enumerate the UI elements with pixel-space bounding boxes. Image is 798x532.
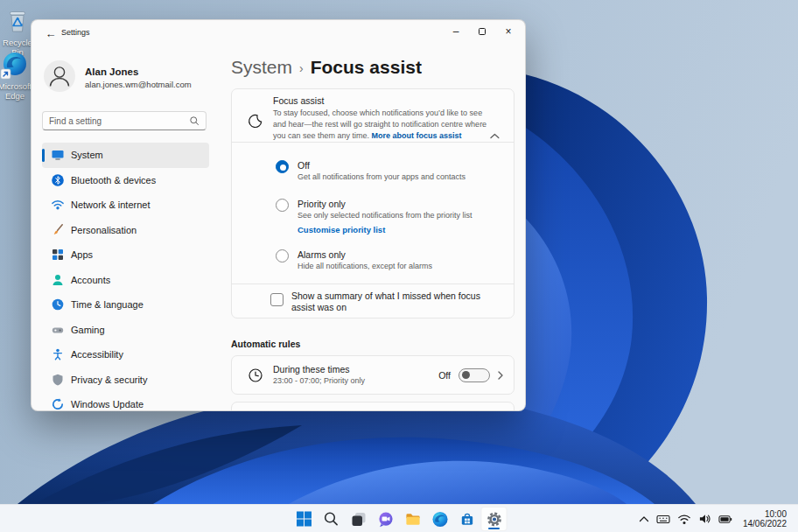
keyboard-icon[interactable] [656, 513, 670, 525]
sidebar-item-label: Gaming [71, 325, 105, 335]
close-button[interactable]: × [495, 20, 522, 43]
task-view-icon [350, 511, 367, 528]
edge-icon [0, 51, 30, 80]
option-description: See only selected notifications from the… [298, 210, 472, 221]
bluetooth-icon [51, 173, 65, 187]
tray-date: 14/06/2022 [743, 519, 787, 528]
sidebar-item-personalisation[interactable]: Personalisation [42, 218, 209, 243]
display-icon [51, 148, 65, 162]
breadcrumb-parent[interactable]: System [231, 57, 292, 78]
chevron-right-icon[interactable] [498, 371, 503, 380]
chevron-up-icon[interactable] [490, 133, 500, 139]
clock-icon [51, 298, 65, 312]
sidebar-item-network-internet[interactable]: Network & internet [42, 192, 209, 218]
maximize-icon [479, 28, 486, 35]
focus-assist-title: Focus assist [273, 95, 490, 107]
sidebar-item-label: Accessibility [71, 349, 123, 360]
desktop-icon-edge[interactable]: Microsoft Edge [0, 51, 35, 101]
selected-indicator [42, 149, 45, 162]
sidebar-item-gaming[interactable]: Gaming [42, 318, 209, 343]
avatar[interactable] [44, 60, 75, 92]
sidebar-nav: System Bluetooth & devices Network & int… [42, 143, 209, 411]
person-icon [51, 273, 65, 287]
update-icon [51, 397, 65, 411]
start-icon [297, 511, 312, 527]
option-off[interactable]: Off Get all notifications from your apps… [232, 143, 514, 183]
edge-icon [431, 511, 448, 528]
sidebar-item-bluetooth-devices[interactable]: Bluetooth & devices [42, 168, 209, 193]
start-button[interactable] [291, 507, 318, 531]
minimize-button[interactable]: – [443, 20, 469, 43]
file-explorer-button[interactable] [400, 507, 426, 531]
task-view-button[interactable] [346, 507, 372, 531]
option-priority-only[interactable]: Priority only See only selected notifica… [232, 183, 514, 240]
sidebar-item-time-language[interactable]: Time & language [42, 292, 209, 318]
search-input[interactable] [49, 116, 189, 126]
focus-assist-expander-header[interactable]: Focus assist To stay focused, choose whi… [232, 89, 514, 142]
sidebar-item-label: Apps [71, 249, 93, 260]
search-icon [324, 511, 340, 527]
radio-unselected-icon[interactable] [276, 199, 289, 212]
sidebar-item-label: Bluetooth & devices [71, 175, 156, 186]
focus-assist-options: Off Get all notifications from your apps… [232, 142, 514, 284]
profile-name: Alan Jones [85, 66, 138, 77]
titlebar: ← Settings – × [32, 20, 525, 46]
rule-title: When I’m duplicating my [273, 410, 373, 411]
toggle-switch-off[interactable] [458, 368, 490, 382]
sidebar-item-accessibility[interactable]: Accessibility [42, 342, 209, 368]
sidebar-item-system[interactable]: System [42, 143, 209, 168]
maximize-button[interactable] [469, 20, 495, 43]
gamepad-icon [51, 323, 65, 337]
person-avatar-icon [44, 60, 75, 92]
edge-button[interactable] [427, 507, 453, 531]
customise-priority-list-link[interactable]: Customise priority list [298, 225, 472, 234]
window-title: Settings [61, 28, 90, 37]
tray-time: 10:00 [743, 509, 787, 519]
sidebar-item-windows-update[interactable]: Windows Update [42, 392, 209, 411]
store-button[interactable] [454, 507, 480, 531]
focus-assist-description: To stay focused, choose which notificati… [273, 108, 490, 141]
settings-button-active[interactable] [481, 507, 508, 531]
sidebar-item-label: Time & language [71, 299, 144, 310]
rule-subtitle: 23:00 - 07:00; Priority only [273, 375, 365, 387]
rule-when-duplicating-display[interactable]: When I’m duplicating my [231, 402, 514, 411]
volume-icon[interactable] [698, 513, 711, 525]
moon-icon [248, 114, 263, 130]
desktop-icon-label: Microsoft Edge [0, 82, 35, 101]
summary-checkbox-label: Show a summary of what I missed when foc… [291, 290, 486, 313]
clock-outline-icon [248, 368, 263, 383]
radio-selected-icon[interactable] [276, 160, 289, 173]
option-alarms-only[interactable]: Alarms only Hide all notifications, exce… [232, 240, 514, 284]
file-explorer-icon [404, 511, 421, 528]
toggle-state-label: Off [438, 370, 451, 381]
radio-unselected-icon[interactable] [276, 249, 289, 262]
sidebar-item-label: System [71, 150, 103, 160]
rule-during-these-times[interactable]: During these times 23:00 - 07:00; Priori… [231, 355, 514, 395]
sidebar-item-accounts[interactable]: Accounts [42, 268, 209, 293]
sidebar-item-label: Windows Update [71, 399, 144, 410]
battery-icon[interactable] [718, 514, 732, 525]
summary-checkbox-row[interactable]: Show a summary of what I missed when foc… [232, 284, 514, 318]
taskbar-search-button[interactable] [318, 507, 345, 531]
sidebar-item-label: Personalisation [71, 225, 136, 235]
chat-icon [377, 511, 394, 528]
more-about-focus-assist-link[interactable]: More about focus assist [372, 131, 462, 140]
desktop: Recycle Bin Microsoft Edge ← Settings – … [0, 0, 798, 532]
sidebar-item-privacy-security[interactable]: Privacy & security [42, 368, 209, 393]
chevron-up-icon[interactable] [639, 515, 649, 522]
checkbox-unchecked-icon[interactable] [270, 293, 284, 306]
toggle-knob [462, 371, 470, 379]
taskbar-center-icons [291, 507, 508, 531]
option-label: Off [298, 160, 466, 172]
breadcrumb-separator-icon: › [299, 60, 304, 75]
clock[interactable]: 10:00 14/06/2022 [743, 509, 787, 528]
search-box[interactable] [42, 111, 206, 130]
sidebar-item-apps[interactable]: Apps [42, 242, 209, 268]
wifi-icon[interactable] [677, 514, 691, 525]
focus-assist-card: Focus assist To stay focused, choose whi… [231, 88, 514, 318]
settings-window: ← Settings – × Alan Jones alan.jones.wm@… [31, 19, 526, 411]
chat-button[interactable] [373, 507, 399, 531]
apps-grid-icon [51, 248, 65, 262]
system-tray: 10:00 14/06/2022 [639, 505, 798, 532]
back-button[interactable]: ← [40, 24, 61, 43]
